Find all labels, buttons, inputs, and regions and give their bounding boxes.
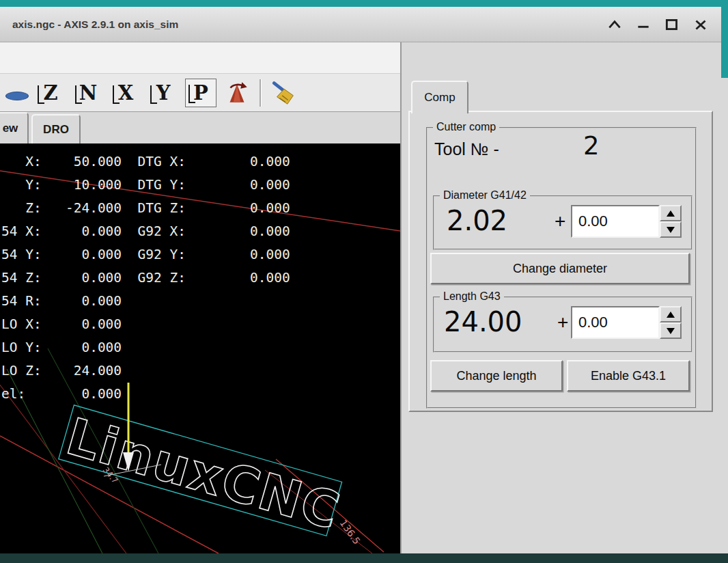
dro-line: 54 X: 0.000 G92 X: 0.000 bbox=[1, 220, 290, 243]
toolbar-separator bbox=[260, 79, 262, 107]
length-offset-field[interactable]: 0.00 bbox=[571, 306, 660, 339]
diameter-offset-field[interactable]: 0.00 bbox=[571, 205, 660, 238]
triangle-down-icon bbox=[667, 328, 675, 334]
length-plus-sign: + bbox=[557, 312, 568, 333]
view-x-icon[interactable]: X bbox=[110, 79, 141, 107]
preview-canvas[interactable]: 136.5 34.7 LinuxCNC X: 50.000 DTG X: 0.0… bbox=[0, 143, 400, 553]
window-frame-top bbox=[0, 0, 728, 7]
tab-preview[interactable]: ew bbox=[0, 112, 29, 143]
diameter-group: Diameter G41/42 2.02 + 0.00 bbox=[433, 195, 692, 250]
diameter-plus-sign: + bbox=[555, 210, 565, 232]
titlebar[interactable]: axis.ngc - AXIS 2.9.1 on axis_sim bbox=[0, 7, 728, 42]
linuxcnc-logo-text: LinuxCNC bbox=[60, 407, 347, 540]
zoom-icon[interactable] bbox=[5, 92, 29, 100]
toolbar: Z N X Y P bbox=[0, 74, 400, 112]
app-window: axis.ngc - AXIS 2.9.1 on axis_sim Z N X … bbox=[0, 0, 728, 563]
left-tab-bar: ew DRO bbox=[0, 112, 400, 143]
diameter-group-title: Diameter G41/42 bbox=[440, 189, 530, 202]
diameter-offset-spinbox: 0.00 bbox=[571, 205, 682, 238]
dro-line: LO Z: 24.000 bbox=[1, 359, 290, 383]
length-group-title: Length G43 bbox=[440, 290, 504, 303]
view-z-rotated-icon[interactable]: N bbox=[72, 79, 104, 107]
diameter-offset-spin-buttons bbox=[660, 205, 682, 238]
change-length-button[interactable]: Change length bbox=[430, 360, 563, 392]
dro-line: LO X: 0.000 bbox=[1, 313, 290, 336]
dro-line: Z: -24.000 DTG Z: 0.000 bbox=[1, 197, 290, 220]
comp-panel: Comp Cutter comp Tool № - 2 Diameter G41… bbox=[400, 42, 728, 553]
view-perspective-icon[interactable]: P bbox=[185, 79, 216, 107]
maximize-icon[interactable] bbox=[664, 18, 680, 31]
length-offset-spinbox: 0.00 bbox=[571, 306, 682, 339]
view-z-icon[interactable]: Z bbox=[35, 79, 66, 107]
dro-line: 54 Z: 0.000 G92 Z: 0.000 bbox=[1, 266, 290, 290]
dro-line: el: 0.000 bbox=[1, 383, 290, 406]
rollup-icon[interactable] bbox=[606, 18, 623, 31]
enable-g431-button[interactable]: Enable G43.1 bbox=[567, 360, 690, 392]
tab-dro[interactable]: DRO bbox=[31, 114, 81, 143]
length-value: 24.00 bbox=[444, 306, 522, 338]
minimize-icon[interactable] bbox=[635, 18, 652, 31]
tab-comp[interactable]: Comp bbox=[411, 81, 468, 113]
triangle-down-icon bbox=[667, 227, 675, 233]
dro-line: X: 50.000 DTG X: 0.000 bbox=[1, 150, 290, 174]
change-diameter-button[interactable]: Change diameter bbox=[430, 253, 690, 284]
spin-up-button[interactable] bbox=[660, 205, 682, 221]
tool-number-value: 2 bbox=[583, 131, 600, 161]
rotate-cone-icon[interactable] bbox=[223, 79, 251, 107]
clear-plot-broom-icon[interactable] bbox=[270, 79, 298, 107]
dro-line: 54 Y: 0.000 G92 Y: 0.000 bbox=[1, 243, 290, 266]
close-icon[interactable] bbox=[692, 18, 709, 31]
cutter-comp-group-title: Cutter comp bbox=[433, 121, 499, 133]
diameter-value: 2.02 bbox=[447, 205, 507, 236]
window-frame-right bbox=[721, 0, 728, 78]
spin-down-button[interactable] bbox=[660, 221, 682, 238]
triangle-up-icon bbox=[667, 312, 675, 318]
window-title: axis.ngc - AXIS 2.9.1 on axis_sim bbox=[12, 18, 178, 31]
spin-down-button[interactable] bbox=[660, 322, 682, 339]
view-y-icon[interactable]: Y bbox=[148, 79, 179, 107]
tool-number-label: Tool № - bbox=[434, 139, 499, 159]
dro-readout: X: 50.000 DTG X: 0.000 Y: 10.000 DTG Y: … bbox=[1, 150, 290, 406]
dro-line: LO Y: 0.000 bbox=[1, 336, 290, 359]
triangle-up-icon bbox=[667, 210, 675, 217]
comp-tabpage: Cutter comp Tool № - 2 Diameter G41/42 2… bbox=[408, 111, 713, 412]
dro-line: Y: 10.000 DTG Y: 0.000 bbox=[1, 174, 290, 197]
cutter-comp-group: Cutter comp Tool № - 2 Diameter G41/42 2… bbox=[426, 127, 697, 409]
length-offset-spin-buttons bbox=[660, 306, 682, 339]
window-controls bbox=[606, 7, 709, 42]
dimension-label-main: 136.5 bbox=[338, 518, 363, 547]
dro-line: 54 R: 0.000 bbox=[1, 290, 290, 313]
spin-up-button[interactable] bbox=[660, 306, 682, 322]
length-group: Length G43 24.00 + 0.00 bbox=[433, 297, 692, 353]
window-frame-bottom bbox=[0, 553, 728, 563]
